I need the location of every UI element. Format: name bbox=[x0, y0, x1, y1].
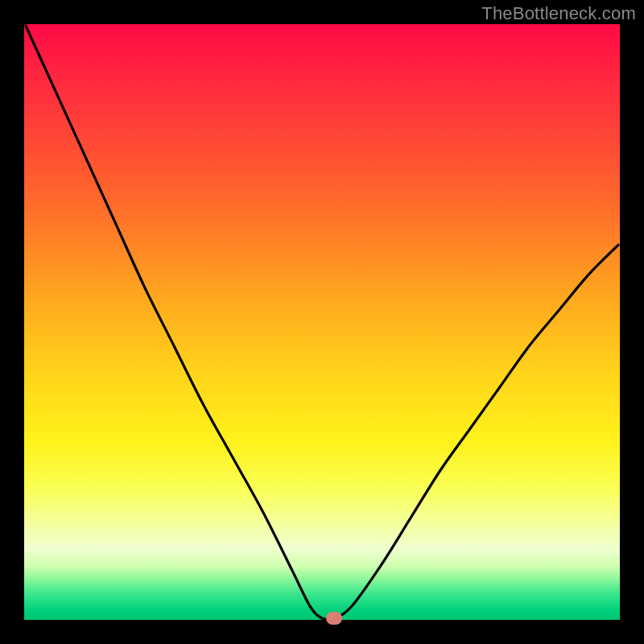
watermark-text: TheBottleneck.com bbox=[481, 3, 636, 24]
bottleneck-curve bbox=[24, 24, 620, 620]
chart-frame: TheBottleneck.com bbox=[0, 0, 644, 644]
optimal-point-marker bbox=[326, 612, 342, 625]
plot-area bbox=[24, 24, 620, 620]
